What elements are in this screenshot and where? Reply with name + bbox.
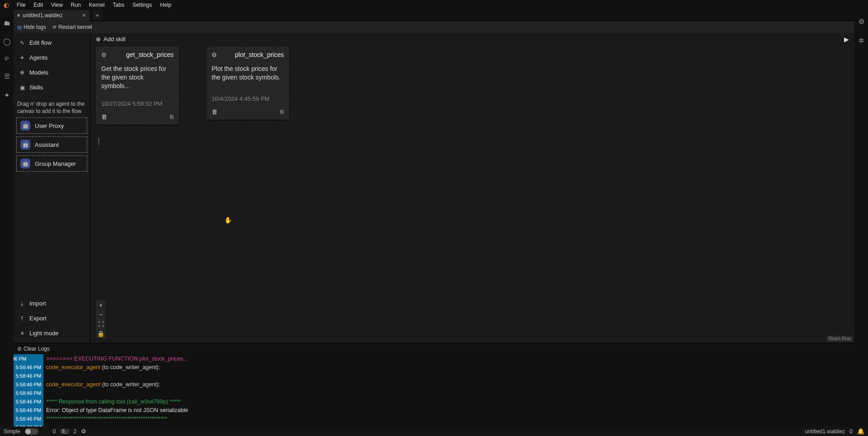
sidebar-item-label: Import: [29, 300, 46, 307]
gear-icon[interactable]: ⚙: [101, 52, 107, 58]
simple-label: Simple: [4, 428, 20, 435]
debug-icon[interactable]: ✲: [859, 37, 864, 45]
circle-icon[interactable]: ◯: [3, 38, 11, 46]
flow-sidebar: ✎ Edit flow ✦ Agents ❋ Models ▣ Skills D…: [14, 33, 90, 343]
skill-title: plot_stock_prices: [235, 51, 284, 58]
sidebar-item-label: Export: [29, 315, 47, 322]
sidebar-item-skills[interactable]: ▣ Skills: [17, 81, 86, 94]
sidebar-item-edit-flow[interactable]: ✎ Edit flow: [17, 37, 86, 49]
log-timestamp: 5:58:46 PM: [14, 363, 43, 371]
edit-icon: ✎: [19, 40, 25, 46]
terminal-icon[interactable]: $_: [60, 429, 69, 434]
app-logo-icon: ◐: [0, 1, 13, 9]
run-flow-button[interactable]: ▶: [844, 36, 849, 43]
tab-untitled1[interactable]: untitled1.waldiez ✕: [14, 10, 90, 21]
sidebar-item-agents[interactable]: ✦ Agents: [17, 52, 86, 64]
bell-icon[interactable]: 🔔: [857, 428, 864, 435]
menu-view[interactable]: View: [47, 2, 67, 8]
hide-logs-button[interactable]: ▤ Hide logs: [17, 24, 46, 30]
zoom-in-button[interactable]: +: [96, 300, 106, 310]
agent-label: Group Manager: [35, 160, 76, 167]
skill-title: get_stock_prices: [126, 51, 174, 58]
log-row: 5:58:46 PM: [14, 389, 854, 397]
export-button[interactable]: ⭱ Export: [17, 312, 86, 324]
light-mode-button[interactable]: ☀ Light mode: [17, 327, 86, 339]
menu-file[interactable]: File: [13, 2, 29, 8]
tab-dirty-icon: [17, 14, 20, 17]
skill-card-plot-stock-prices[interactable]: ⚙ plot_stock_prices Plot the stock price…: [206, 47, 289, 120]
restart-icon: ⟳: [52, 24, 57, 30]
restart-kernel-button[interactable]: ⟳ Restart kernel: [52, 24, 92, 30]
log-row: 5:58:46 PM******************************…: [14, 414, 854, 423]
tab-title: untitled1.waldiez: [23, 12, 63, 19]
log-row: 5:58:46 PM: [14, 423, 854, 427]
sidebar-item-label: Light mode: [29, 330, 58, 337]
log-timestamp: 5:58:46 PM: [14, 423, 43, 427]
robot-icon: 🤖: [20, 159, 30, 169]
log-row: 5:58:46 PMcode_executor_agent (to code_w…: [14, 380, 854, 389]
sidebar-item-label: Agents: [29, 54, 47, 61]
list-icon[interactable]: ☰: [4, 72, 10, 80]
clear-icon: ⊘: [17, 346, 22, 352]
status-bar: Simple 0 $_ 2 ⚙ untitled1.waldiez 0 🔔: [0, 427, 868, 436]
export-icon: ⭱: [19, 315, 25, 322]
agent-label: Assistant: [35, 141, 59, 148]
menu-run[interactable]: Run: [67, 2, 85, 8]
copy-icon[interactable]: ⎘: [170, 113, 174, 120]
menu-edit[interactable]: Edit: [29, 2, 47, 8]
skill-description: Get the stock prices for the given stock…: [101, 65, 174, 90]
sidebar-item-models[interactable]: ❋ Models: [17, 66, 86, 79]
add-skill-button[interactable]: ⊕ Add skill: [96, 36, 125, 42]
menu-kernel[interactable]: Kernel: [85, 2, 109, 8]
extensions-icon[interactable]: ✦: [4, 91, 10, 99]
settings-icon[interactable]: ⚙: [81, 428, 86, 435]
zoom-out-button[interactable]: −: [96, 310, 106, 319]
skill-date: 10/27/2024 5:59:32 PM: [101, 100, 174, 107]
log-message: ****************************************…: [43, 416, 167, 422]
import-button[interactable]: ⭳ Import: [17, 297, 86, 309]
sun-icon: ☀: [19, 330, 25, 337]
cursor-icon: ✋: [224, 216, 232, 224]
log-row: 5:58:46 PMcode_executor_agent (to code_w…: [14, 363, 854, 371]
lock-button[interactable]: 🔒: [96, 329, 106, 338]
skill-description: Plot the stock prices for the given stoc…: [212, 65, 284, 85]
tab-strip: untitled1.waldiez ✕ +: [14, 10, 854, 21]
status-zero: 0: [53, 428, 56, 435]
menu-help[interactable]: Help: [156, 2, 175, 8]
fit-view-button[interactable]: ⛶: [96, 319, 106, 329]
gear-icon[interactable]: ⚙: [859, 18, 864, 26]
status-file: untitled1.waldiez: [805, 428, 845, 435]
log-timestamp: 5:58:46 PM: [14, 397, 43, 406]
restart-kernel-label: Restart kernel: [58, 24, 92, 30]
log-timestamp: 5:58:46 PM: [14, 380, 43, 389]
menu-bar: ◐ FileEditViewRunKernelTabsSettingsHelp: [0, 0, 868, 10]
close-icon[interactable]: ✕: [82, 12, 86, 19]
flow-canvas[interactable]: ⊕ Add skill ▶ ⚙ get_stock_prices Get the…: [90, 33, 854, 343]
copy-icon[interactable]: ⎘: [280, 108, 284, 115]
new-tab-button[interactable]: +: [92, 10, 102, 20]
trash-icon[interactable]: 🗑: [212, 108, 217, 115]
simple-toggle[interactable]: [25, 428, 38, 435]
folder-icon[interactable]: 🖿: [4, 19, 10, 27]
agents-icon: ✦: [19, 55, 25, 61]
flow-toolbar: ▤ Hide logs ⟳ Restart kernel: [14, 21, 854, 33]
plus-icon: ⊕: [96, 36, 101, 42]
log-timestamp: 5:58:46 PM: [14, 414, 43, 423]
log-message: code_executor_agent (to code_writer_agen…: [43, 364, 160, 370]
zoom-controls: + − ⛶ 🔒: [96, 300, 106, 338]
agent-palette-user-proxy[interactable]: 🤖User Proxy: [16, 117, 87, 134]
trash-icon[interactable]: 🗑: [101, 113, 107, 120]
react-flow-attribution: React Flow: [827, 336, 853, 342]
ip-icon[interactable]: IP: [5, 56, 9, 61]
log-message: ***** Response from calling tool (call_w…: [43, 398, 180, 405]
menu-settings[interactable]: Settings: [128, 2, 156, 8]
gear-icon[interactable]: ⚙: [212, 52, 217, 58]
skill-card-get-stock-prices[interactable]: ⚙ get_stock_prices Get the stock prices …: [96, 47, 179, 125]
log-timestamp: 5:58:46 PM: [14, 389, 43, 397]
menu-tabs[interactable]: Tabs: [109, 2, 128, 8]
clear-logs-button[interactable]: ⊘ Clear Logs: [14, 343, 854, 354]
agent-palette-assistant[interactable]: 🤖Assistant: [16, 136, 87, 153]
agent-palette-group-manager[interactable]: 🤖Group Manager: [16, 155, 87, 172]
status-idle: 0: [849, 428, 853, 435]
log-row: 5:58:46 PMError: Object of type DataFram…: [14, 406, 854, 414]
